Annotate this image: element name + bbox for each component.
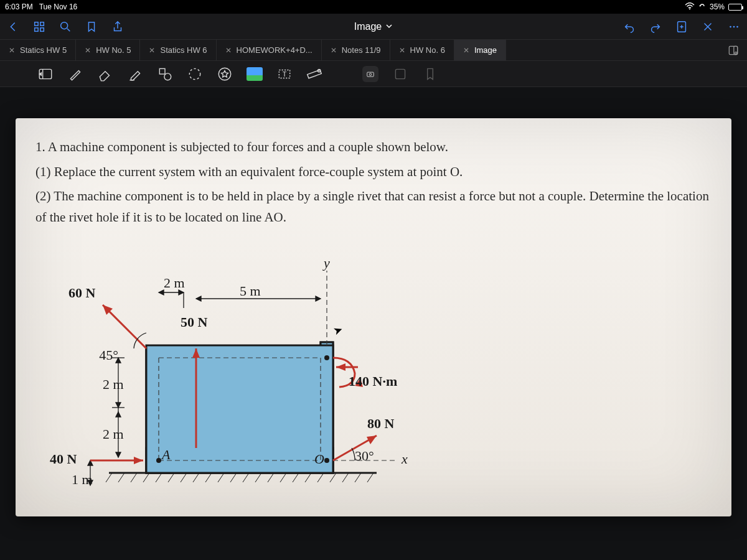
svg-marker-69 [159, 290, 164, 295]
tab-hw-no-5[interactable]: ✕ HW No. 5 [76, 40, 140, 60]
shapes-tool-icon[interactable] [157, 66, 173, 82]
svg-line-49 [317, 473, 324, 482]
label-y-axis: y [322, 255, 330, 271]
tab-homework-4d[interactable]: ✕ HOMEWORK+4+D... [217, 40, 322, 60]
tab-close-icon[interactable]: ✕ [225, 46, 232, 55]
svg-rect-28 [367, 72, 374, 77]
svg-line-44 [255, 473, 261, 482]
tab-close-icon[interactable]: ✕ [331, 46, 337, 55]
svg-point-22 [189, 68, 200, 79]
label-2m-upper: 2 m [103, 376, 124, 392]
tab-statics-hw-5[interactable]: ✕ Statics HW 5 [0, 40, 76, 60]
tab-label: Statics HW 5 [20, 45, 67, 55]
svg-line-45 [268, 473, 274, 482]
label-50n: 50 N [181, 314, 208, 330]
add-page-icon[interactable] [675, 20, 688, 34]
svg-point-67 [324, 355, 329, 360]
svg-marker-96 [134, 457, 143, 464]
read-mode-icon[interactable] [37, 66, 54, 82]
label-30deg: 30° [355, 448, 374, 464]
tab-label: Notes 11/9 [342, 45, 381, 55]
ruler-tool-icon[interactable] [306, 66, 322, 82]
svg-marker-73 [196, 296, 201, 301]
eraser-tool-icon[interactable] [97, 66, 113, 82]
label-x-axis: x [401, 451, 408, 467]
label-40n: 40 N [50, 451, 77, 467]
svg-rect-2 [40, 22, 44, 26]
problem-line-1: 1. A machine component is subjected to f… [35, 137, 712, 158]
bookmark-tool-icon[interactable] [422, 66, 438, 82]
search-icon[interactable] [59, 20, 72, 34]
svg-line-32 [106, 473, 112, 482]
svg-line-48 [305, 473, 311, 482]
label-1m: 1 m [72, 472, 93, 487]
tab-close-icon[interactable]: ✕ [9, 46, 15, 55]
tab-close-icon[interactable]: ✕ [85, 46, 91, 55]
svg-point-5 [61, 22, 68, 29]
problem-line-3: (2) The machine component is to be held … [35, 186, 712, 228]
svg-marker-70 [179, 290, 184, 295]
wifi-icon [685, 2, 695, 12]
pen-tool-icon[interactable] [67, 66, 83, 82]
highlighter-tool-icon[interactable] [127, 66, 143, 82]
tab-close-icon[interactable]: ✕ [149, 46, 155, 55]
tab-overflow-icon[interactable] [720, 40, 747, 60]
text-tool-icon[interactable]: T [276, 66, 293, 82]
tab-close-icon[interactable]: ✕ [399, 46, 405, 55]
chevron-down-icon[interactable] [385, 21, 393, 32]
undo-icon[interactable] [622, 20, 636, 34]
redo-icon[interactable] [649, 20, 662, 34]
svg-rect-15 [729, 46, 737, 54]
svg-line-51 [342, 473, 349, 482]
label-60n: 60 N [68, 285, 96, 301]
tab-hw-no-6[interactable]: ✕ HW No. 6 [390, 40, 454, 60]
status-time: 6:03 PM [5, 2, 33, 11]
svg-point-13 [733, 26, 735, 27]
svg-marker-91 [336, 363, 345, 371]
svg-point-21 [164, 73, 171, 80]
svg-line-52 [355, 473, 361, 482]
bookmark-icon[interactable] [85, 20, 98, 34]
back-icon[interactable] [6, 20, 20, 34]
svg-line-41 [218, 473, 224, 482]
svg-line-36 [156, 473, 162, 482]
camera-tool-icon[interactable] [362, 66, 378, 82]
svg-line-34 [131, 473, 137, 482]
tab-notes-11-9[interactable]: ✕ Notes 11/9 [322, 40, 390, 60]
document-canvas[interactable]: 1. A machine component is subjected to f… [0, 87, 747, 560]
ipad-status-bar: 6:03 PM Tue Nov 16 35% [0, 0, 747, 14]
page-title[interactable]: Image [354, 21, 382, 32]
svg-line-37 [168, 473, 174, 482]
link-tool-icon[interactable] [392, 66, 408, 82]
svg-line-43 [243, 473, 249, 482]
svg-line-40 [205, 473, 212, 482]
status-date: Tue Nov 16 [39, 2, 78, 11]
svg-text:T: T [283, 70, 287, 78]
battery-icon [728, 4, 742, 11]
svg-marker-77 [116, 403, 121, 408]
tab-close-icon[interactable]: ✕ [463, 46, 469, 55]
statics-diagram: 60 N 2 m 5 m y 50 N 45° 2 m 2 m 40 N 1 m… [40, 249, 439, 498]
svg-line-53 [367, 473, 374, 482]
image-tool-icon[interactable] [247, 67, 263, 81]
document-tabs: ✕ Statics HW 5 ✕ HW No. 5 ✕ Statics HW 6… [0, 40, 747, 61]
label-point-o: O [314, 451, 324, 467]
tab-label: HOMEWORK+4+D... [237, 45, 312, 55]
lasso-tool-icon[interactable] [187, 66, 203, 82]
tab-statics-hw-6[interactable]: ✕ Statics HW 6 [140, 40, 216, 60]
close-icon[interactable] [701, 20, 715, 34]
tab-image[interactable]: ✕ Image [454, 40, 506, 60]
svg-line-47 [293, 473, 299, 482]
label-45deg: 45° [99, 347, 118, 363]
more-icon[interactable] [727, 20, 741, 34]
svg-marker-74 [316, 296, 321, 301]
share-icon[interactable] [111, 20, 125, 34]
tab-label: HW No. 5 [96, 45, 131, 55]
favorites-tool-icon[interactable] [217, 66, 233, 82]
tab-label: HW No. 6 [410, 45, 445, 55]
battery-percent: 35% [710, 2, 725, 11]
svg-point-66 [324, 458, 329, 463]
svg-marker-81 [116, 452, 121, 457]
svg-rect-20 [159, 68, 165, 74]
grid-icon[interactable] [32, 20, 46, 34]
